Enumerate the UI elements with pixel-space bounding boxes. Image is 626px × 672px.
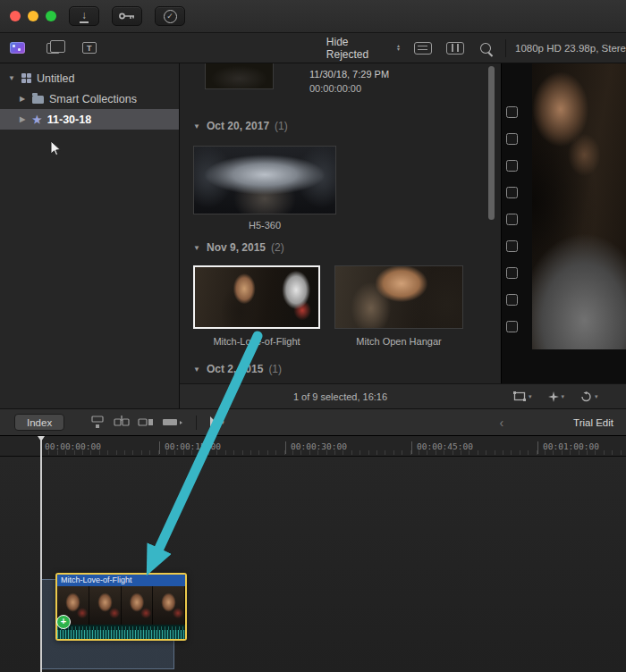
keyword-star-icon: ★ <box>32 114 42 125</box>
effects-icon <box>548 391 559 402</box>
ruler-tick <box>159 441 160 454</box>
ruler-tick <box>411 441 412 454</box>
arrow-tool-icon <box>207 416 218 429</box>
background-tasks-button[interactable]: ✓ <box>155 6 185 26</box>
toolbar-divider <box>505 39 506 57</box>
search-icon[interactable] <box>480 43 491 54</box>
sidebar-item-label: Untitled <box>37 72 74 85</box>
sidebar-item-11-30-18[interactable]: ▶ ★ 11-30-18 <box>0 109 179 130</box>
filter-label: Hide Rejected <box>326 36 393 61</box>
append-edit-icon <box>138 416 154 429</box>
sidebar-item-label: 11-30-18 <box>47 113 91 126</box>
clip-timecode: 00:00:00:00 <box>309 83 361 94</box>
mouse-cursor-icon <box>49 140 63 156</box>
app-toolbar: T Hide Rejected ▴▾ 1080p HD 23.98p, Ster… <box>0 33 626 63</box>
transform-icon <box>513 391 526 401</box>
zoom-button[interactable] <box>46 11 56 21</box>
disclosure-open-icon[interactable]: ▼ <box>192 122 201 130</box>
clip-thumbnail-h5-360[interactable] <box>193 146 336 214</box>
playhead[interactable] <box>40 436 42 672</box>
edit-buttons <box>88 414 185 431</box>
group-header-nov-9-2015[interactable]: ▼ Nov 9, 2015 (2) <box>192 241 284 254</box>
clip-datetime: 11/30/18, 7:29 PM <box>309 69 389 80</box>
sidebar-item-label: Smart Collections <box>49 93 137 105</box>
ruler-label: 00:00:30:00 <box>291 441 347 451</box>
ruler-label: 00:00:45:00 <box>417 441 473 451</box>
disclosure-closed-icon[interactable]: ▶ <box>18 95 27 103</box>
insert-edit-icon <box>114 416 130 429</box>
ruler-tick <box>537 441 538 454</box>
disclosure-open-icon[interactable]: ▼ <box>7 74 16 82</box>
clip-appearance-button[interactable] <box>414 42 432 55</box>
timeline-toolbar: Index <box>0 408 626 435</box>
group-date: Nov 9, 2015 <box>207 241 266 254</box>
filter-dropdown[interactable]: Hide Rejected ▴▾ <box>326 36 400 61</box>
tool-menu-button[interactable]: ▾ <box>207 416 224 429</box>
disclosure-open-icon[interactable]: ▼ <box>192 365 201 374</box>
add-clip-badge-icon: + <box>56 615 71 629</box>
ruler-label: 00:00:15:00 <box>165 441 221 451</box>
timeline-ruler[interactable]: 00:00:00:00 00:00:15:00 00:00:30:00 00:0… <box>0 435 626 457</box>
connect-edit-button[interactable] <box>88 414 107 431</box>
traffic-lights <box>10 11 56 21</box>
clip-caption: H5-360 <box>193 220 336 231</box>
clip-thumbnail-partial[interactable] <box>205 63 274 89</box>
download-icon: ↓ <box>80 10 89 23</box>
clip-filmstrip <box>57 586 185 625</box>
minimize-button[interactable] <box>28 11 38 21</box>
group-count: (2) <box>271 241 284 254</box>
folder-icon <box>32 96 44 104</box>
library-grid-icon <box>21 73 31 83</box>
media-icon <box>47 43 60 54</box>
chevron-left-icon[interactable]: ‹ <box>499 416 503 430</box>
libraries-icon <box>10 42 25 54</box>
transform-button[interactable]: ▾ <box>513 391 532 401</box>
index-button[interactable]: Index <box>14 414 64 431</box>
timeline-clip-mitch-love-of-flight[interactable]: Mitch-Love-of-Flight <box>55 573 187 641</box>
format-info: 1080p HD 23.98p, Stere <box>515 43 626 54</box>
group-count: (1) <box>268 363 282 375</box>
close-button[interactable] <box>10 11 21 21</box>
clip-audio-waveform <box>57 625 185 639</box>
viewer <box>501 63 626 383</box>
viewer-controls: ▾ ▾ ▾ <box>501 383 626 408</box>
libraries-sidebar: ▼ Untitled ▶ Smart Collections ▶ ★ 11-30… <box>0 63 179 408</box>
clip-caption: Mitch-Love-of-Flight <box>193 336 320 347</box>
timeline[interactable]: Mitch-Love-of-Flight + <box>0 457 626 672</box>
clip-thumbnail-mitch-open-hangar[interactable] <box>334 265 463 329</box>
toolbar-separator <box>196 416 197 430</box>
titlebar: ↓ ✓ <box>0 0 626 33</box>
selection-status: 1 of 9 selected, 16:16 <box>293 391 387 402</box>
sidebar-item-smart-collections[interactable]: ▶ Smart Collections <box>0 88 179 109</box>
import-media-button[interactable]: ↓ <box>69 6 99 26</box>
insert-edit-button[interactable] <box>112 414 131 431</box>
libraries-sidebar-button[interactable] <box>0 37 36 60</box>
key-icon <box>118 10 136 22</box>
disclosure-open-icon[interactable]: ▼ <box>192 244 201 252</box>
sidebar-item-untitled[interactable]: ▼ Untitled <box>0 68 179 88</box>
browser-status-bar: 1 of 9 selected, 16:16 <box>179 383 501 408</box>
effects-button[interactable]: ▾ <box>548 391 565 402</box>
checkmark-icon: ✓ <box>164 10 177 23</box>
clip-caption: Mitch Open Hangar <box>334 336 463 347</box>
disclosure-closed-icon[interactable]: ▶ <box>18 115 27 123</box>
retime-button[interactable]: ▾ <box>580 391 598 402</box>
group-header-oct-20-2017[interactable]: ▼ Oct 20, 2017 (1) <box>192 120 288 132</box>
browser-view-button[interactable] <box>446 42 464 55</box>
group-header-oct-2-2015[interactable]: ▼ Oct 2, 2015 (1) <box>192 363 282 375</box>
viewer-video-frame <box>532 63 626 349</box>
titles-generators-button[interactable]: T <box>72 37 107 60</box>
browser-scrollbar[interactable] <box>488 66 495 220</box>
group-date: Oct 2, 2015 <box>207 363 263 375</box>
filmstrip-sprockets <box>506 106 518 332</box>
clip-thumbnail-mitch-love-of-flight[interactable] <box>193 265 320 329</box>
photos-audio-sidebar-button[interactable] <box>36 37 72 60</box>
overwrite-edit-icon <box>162 416 183 429</box>
event-browser: 11/30/18, 7:29 PM 00:00:00:00 ▼ Oct 20, … <box>179 63 501 383</box>
append-edit-button[interactable] <box>136 414 156 431</box>
ruler-tick <box>285 441 286 454</box>
titles-icon: T <box>82 42 97 54</box>
keyword-editor-button[interactable] <box>112 6 142 26</box>
overwrite-edit-button[interactable] <box>160 414 185 431</box>
ruler-label: 00:00:00:00 <box>45 441 101 451</box>
